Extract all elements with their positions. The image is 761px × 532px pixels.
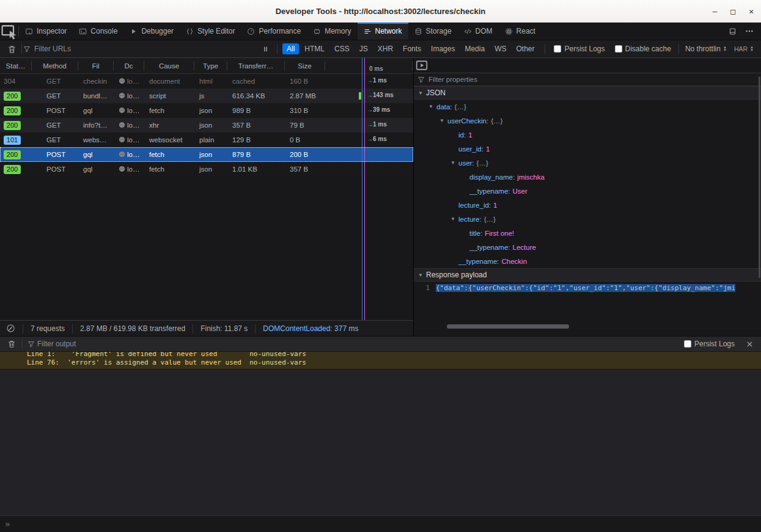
horizontal-scrollbar-thumb[interactable] [447,324,569,329]
column-header-file[interactable]: Fil [78,61,114,71]
filter-button-html[interactable]: HTML [300,43,329,54]
tab-dom[interactable]: DOM [458,23,499,40]
response-payload-label: Response payload [426,271,487,279]
filter-button-ws[interactable]: WS [490,43,510,54]
persist-logs-checkbox[interactable]: Persist Logs [554,45,605,53]
tab-storage[interactable]: Storage [408,23,458,40]
request-row[interactable]: 200POSTgqllo…fetchjson1.01 KB357 B [0,162,413,177]
network-status-bar: 7 requests 2.87 MB / 619.98 KB transferr… [0,320,413,336]
domain-cell: lo… [114,107,144,114]
request-row[interactable]: 304GETcheckinlo…documenthtmlcached160 B→… [0,74,413,89]
dock-options-icon[interactable] [729,27,737,35]
minimize-button[interactable]: – [713,7,718,15]
tab-style-editor[interactable]: Style Editor [180,23,241,40]
filter-button-media[interactable]: Media [460,43,489,54]
twisty-icon[interactable]: ▼ [450,216,458,222]
column-header-size[interactable]: Size [285,61,325,71]
twisty-icon[interactable]: ▼ [450,160,458,166]
dom-content-loaded-marker [362,58,362,320]
close-console-icon[interactable] [746,340,754,348]
twisty-icon: ▼ [417,272,424,278]
filter-button-css[interactable]: CSS [330,43,354,54]
close-button[interactable]: ✕ [749,7,754,15]
json-tree-row[interactable]: ▼userCheckin:{…} [414,114,761,128]
json-section-header[interactable]: ▼ JSON [414,86,761,100]
dom-content-loaded-time: DOMContentLoaded: 377 ms [255,324,366,333]
request-row[interactable]: 200POSTgqllo…fetchjson989 B310 B→39 ms [0,103,413,118]
resend-request-icon[interactable] [414,58,430,73]
column-header-domain[interactable]: Dc [114,61,144,71]
filter-button-images[interactable]: Images [427,43,459,54]
meatball-menu-icon[interactable] [745,27,754,35]
request-row[interactable]: 200GETbundl…lo…scriptjs616.34 KB2.87 MB→… [0,89,413,103]
request-row[interactable]: 101GETwebs…lo…websocketplain129 B0 B→6 m… [0,133,413,147]
json-tree-row[interactable]: lecture_id:1 [414,198,761,212]
debugger-icon [130,27,138,35]
json-tree-row[interactable]: ▼lecture:{…} [414,212,761,226]
pick-element-button[interactable] [0,23,18,40]
column-header-cause[interactable]: Cause [144,61,194,71]
tab-inspector[interactable]: Inspector [19,23,73,40]
performance-analysis-icon[interactable] [6,324,15,333]
json-tree-row[interactable]: title:First one! [414,226,761,240]
filter-urls-input[interactable]: Filter URLs [23,45,257,53]
tab-react[interactable]: React [499,23,542,40]
filter-button-fonts[interactable]: Fonts [399,43,425,54]
filter-output-placeholder[interactable]: Filter output [37,340,679,348]
json-tree-row[interactable]: __typename:Lecture [414,240,761,254]
filter-button-other[interactable]: Other [512,43,539,54]
filter-button-xhr[interactable]: XHR [373,43,397,54]
filter-button-js[interactable]: JS [355,43,372,54]
details-scrollbar-thumb[interactable] [759,76,760,278]
column-header-trans[interactable]: Transferr… [227,61,285,71]
tab-debugger[interactable]: Debugger [123,23,180,40]
property-value: {…} [455,103,466,111]
size-cell: 200 B [285,151,325,158]
domain-text: lo… [127,107,139,114]
type-cell: json [194,122,227,129]
column-header-waterfall[interactable]: 0 ms [325,61,413,71]
status-badge: 200 [4,121,21,130]
request-row[interactable]: 200POSTgqllo…fetchjson879 B200 B [0,147,413,162]
maximize-button[interactable]: □ [730,7,735,15]
tab-console[interactable]: Console [73,23,123,40]
twisty-icon[interactable]: ▼ [428,104,436,109]
json-tree-row[interactable]: __typename:Checkin [414,254,761,268]
response-payload-header[interactable]: ▼ Response payload [414,268,761,282]
console-persist-logs-checkbox[interactable]: Persist Logs [684,340,735,348]
column-header-type[interactable]: Type [194,61,227,71]
pause-traffic-icon[interactable] [262,45,270,53]
json-tree-row[interactable]: __typename:User [414,184,761,198]
request-row[interactable]: 200GETinfo?t…lo…xhrjson357 B79 B→1 ms [0,118,413,133]
json-tree-row[interactable]: id:1 [414,128,761,142]
tab-performance[interactable]: Performance [241,23,307,40]
twisty-icon[interactable]: ▼ [439,118,447,123]
funnel-icon [28,340,35,348]
disable-cache-checkbox[interactable]: Disable cache [615,45,671,53]
clear-console-icon[interactable] [7,340,16,348]
tab-network[interactable]: Network [358,23,408,40]
throttling-select[interactable]: No throttlin ▲▼ [685,45,727,53]
cause-cell: fetch [144,151,194,158]
column-header-method[interactable]: Method [32,61,78,71]
console-input-row[interactable]: » [0,516,761,532]
clear-requests-icon[interactable] [7,45,17,54]
json-tree-row[interactable]: user_id:1 [414,142,761,156]
file-cell: bundl… [78,92,114,100]
property-value: 1 [468,131,472,139]
method-cell: GET [32,78,78,85]
json-tree-row[interactable]: display_name:jmischka [414,170,761,184]
column-header-status[interactable]: Stat… [0,61,32,71]
response-payload-editor[interactable]: 1 {"data":{"userCheckin":{"id":"1","user… [414,282,761,336]
console-warning-message[interactable]: Line 1: 'Fragment' is defined but never … [0,352,761,370]
status-cell: 200 [0,92,32,101]
tab-memory[interactable]: Memory [307,23,357,40]
json-tree-row[interactable]: ▼data:{…} [414,100,761,114]
file-cell: gql [78,151,114,158]
har-menu[interactable]: HAR ▲▼ [734,45,754,53]
filter-properties-input[interactable]: Filter properties [414,73,761,86]
warning-line: Line 1: 'Fragment' is defined but never … [6,352,756,359]
filter-button-all[interactable]: All [282,43,299,54]
devtools-window: Developer Tools - http://localhost:3002/… [0,0,761,532]
json-tree-row[interactable]: ▼user:{…} [414,156,761,170]
